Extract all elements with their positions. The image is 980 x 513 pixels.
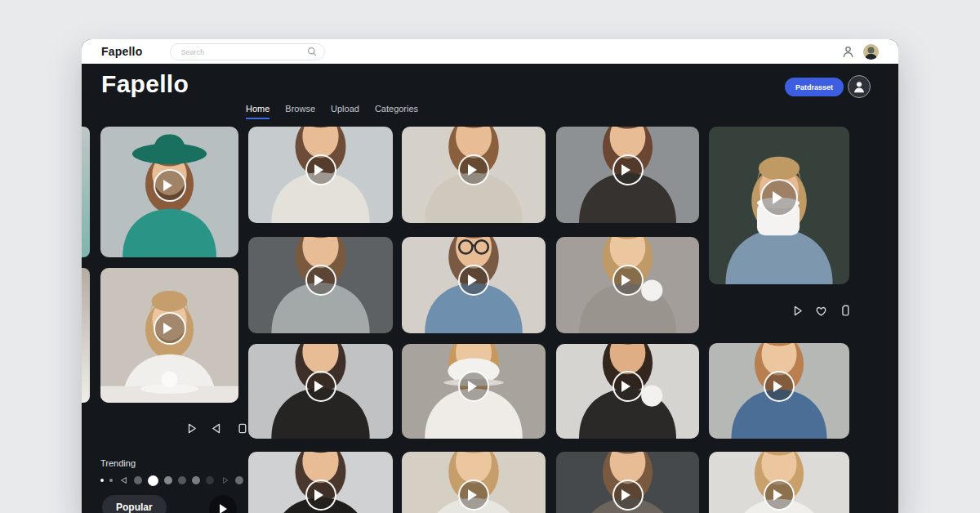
video-card-teal-hat-portrait[interactable] bbox=[100, 127, 238, 257]
nav-tab-browse[interactable]: Browse bbox=[285, 104, 315, 119]
search-input[interactable] bbox=[170, 43, 325, 60]
person-icon[interactable] bbox=[841, 45, 855, 59]
video-card-dark-hair-portrait[interactable] bbox=[248, 344, 393, 439]
video-play-overlay[interactable] bbox=[458, 154, 489, 185]
video-play-overlay[interactable] bbox=[612, 480, 644, 511]
nav-tab-home[interactable]: Home bbox=[246, 104, 270, 119]
primary-nav: HomeBrowseUploadCategories bbox=[246, 104, 418, 119]
video-play-overlay[interactable] bbox=[458, 265, 489, 296]
top-bar: Fapello bbox=[82, 39, 898, 64]
site-logo-small: Fapello bbox=[101, 45, 142, 58]
trending-dot[interactable] bbox=[100, 479, 104, 482]
video-play-overlay[interactable] bbox=[612, 265, 644, 296]
site-window: Fapello bbox=[82, 39, 898, 513]
video-card-cream-hat-portrait[interactable] bbox=[248, 127, 393, 223]
video-card-hat-bottom-portrait[interactable] bbox=[402, 452, 546, 513]
carousel-peek bbox=[82, 127, 90, 257]
video-card-industrial-bg-portrait[interactable] bbox=[248, 237, 393, 333]
video-card-coffee-table-portrait[interactable] bbox=[100, 268, 238, 403]
video-card-blue-shirt-mug-feature[interactable] bbox=[709, 127, 849, 284]
prev-icon[interactable] bbox=[118, 475, 128, 485]
video-play-overlay[interactable] bbox=[305, 265, 336, 296]
left-rail-actions bbox=[185, 422, 249, 435]
play-icon bbox=[163, 323, 178, 334]
user-avatar-small[interactable] bbox=[863, 44, 879, 60]
video-card-touch-lips-portrait[interactable] bbox=[402, 127, 546, 223]
topbar-actions bbox=[841, 44, 879, 60]
video-play-overlay[interactable] bbox=[305, 480, 336, 511]
play-icon bbox=[220, 504, 232, 513]
video-play-overlay[interactable] bbox=[612, 371, 644, 402]
frame-icon[interactable] bbox=[235, 422, 249, 435]
search-icon[interactable] bbox=[306, 46, 318, 60]
play-icon bbox=[621, 381, 636, 392]
video-play-overlay[interactable] bbox=[305, 371, 336, 402]
trending-dot[interactable] bbox=[192, 476, 200, 484]
trending-dot-active[interactable] bbox=[148, 475, 158, 486]
carousel-peek bbox=[82, 268, 90, 403]
trending-label: Trending bbox=[100, 458, 136, 468]
trending-dot[interactable] bbox=[206, 476, 214, 484]
featured-actions bbox=[791, 304, 852, 318]
video-card-blonde-cup-portrait[interactable] bbox=[556, 237, 699, 333]
play-icon[interactable] bbox=[185, 422, 198, 435]
search-bar bbox=[170, 43, 325, 60]
video-card-curly-cup-portrait[interactable] bbox=[556, 344, 699, 439]
replay-icon[interactable] bbox=[220, 475, 229, 485]
nav-tab-upload[interactable]: Upload bbox=[331, 104, 359, 119]
heart-icon[interactable] bbox=[814, 304, 828, 318]
video-card-dark-bg-smile-portrait[interactable] bbox=[556, 452, 699, 513]
play-icon bbox=[621, 164, 636, 176]
video-card-bowl-face-portrait[interactable] bbox=[402, 344, 546, 439]
nav-tab-categories[interactable]: Categories bbox=[375, 104, 418, 119]
video-play-overlay[interactable] bbox=[764, 371, 795, 402]
play-icon[interactable] bbox=[791, 304, 804, 318]
video-card-glasses-denim-portrait[interactable] bbox=[402, 237, 546, 333]
video-play-overlay[interactable] bbox=[305, 154, 336, 185]
video-card-blonde-light-portrait[interactable] bbox=[709, 452, 849, 513]
user-avatar-header[interactable] bbox=[848, 75, 871, 98]
play-icon bbox=[314, 381, 329, 392]
play-icon bbox=[314, 274, 329, 286]
site-logo-large: Fapello bbox=[101, 70, 189, 98]
trending-dots bbox=[100, 475, 243, 486]
play-icon bbox=[163, 180, 178, 191]
play-icon bbox=[773, 489, 788, 501]
play-icon bbox=[621, 489, 636, 501]
play-icon bbox=[468, 164, 483, 176]
trending-dot[interactable] bbox=[164, 476, 172, 484]
trending-dot[interactable] bbox=[134, 476, 142, 484]
trending-dot[interactable] bbox=[235, 476, 243, 484]
play-icon bbox=[621, 274, 636, 286]
video-play-overlay[interactable] bbox=[458, 371, 489, 402]
trending-dot[interactable] bbox=[178, 476, 186, 484]
play-icon bbox=[773, 381, 788, 392]
prev-icon[interactable] bbox=[210, 422, 224, 435]
play-icon bbox=[314, 489, 329, 501]
video-play-overlay[interactable] bbox=[154, 169, 186, 202]
popular-button[interactable]: Popular bbox=[102, 495, 167, 513]
bookmark-icon[interactable] bbox=[838, 304, 852, 318]
video-play-overlay[interactable] bbox=[154, 312, 186, 345]
video-card-fix-hair-portrait[interactable] bbox=[556, 127, 699, 223]
play-icon bbox=[773, 191, 789, 204]
play-icon bbox=[468, 274, 483, 286]
trending-dot[interactable] bbox=[109, 479, 113, 482]
play-icon bbox=[314, 164, 329, 176]
video-play-overlay[interactable] bbox=[458, 480, 489, 511]
video-play-overlay[interactable] bbox=[612, 154, 644, 185]
video-card-ginger-denim-portrait[interactable] bbox=[709, 343, 849, 439]
play-icon bbox=[468, 489, 483, 501]
main-content: Fapello HomeBrowseUploadCategories Patdr… bbox=[82, 64, 898, 513]
page: Fapello bbox=[0, 0, 980, 513]
video-card-smiling-dark-top[interactable] bbox=[248, 452, 393, 513]
video-play-overlay[interactable] bbox=[760, 179, 798, 216]
cta-button[interactable]: Patdrasset bbox=[785, 78, 844, 96]
video-play-overlay[interactable] bbox=[764, 480, 795, 511]
play-button[interactable] bbox=[209, 495, 237, 513]
play-icon bbox=[468, 381, 483, 392]
